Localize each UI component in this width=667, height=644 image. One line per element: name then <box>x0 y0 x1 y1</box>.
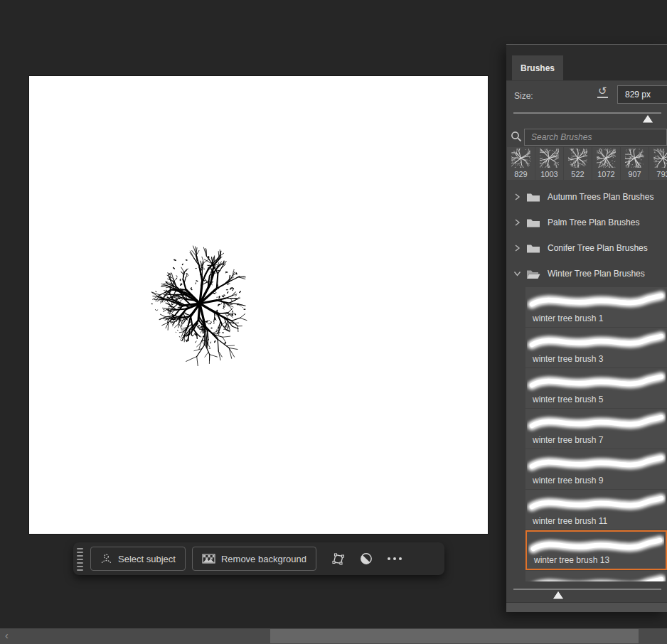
brush-item-label: winter tree brush 11 <box>533 516 607 526</box>
brush-item-label: winter tree brush 9 <box>533 476 603 485</box>
remove-background-button[interactable]: Remove background <box>192 547 316 571</box>
size-slider-track[interactable] <box>513 112 661 114</box>
folder-label: Autumn Trees Plan Brushes <box>548 192 653 202</box>
brush-stroke-preview <box>527 571 666 581</box>
brush-item-label: winter tree brush 5 <box>533 395 603 404</box>
taskbar-drag-handle[interactable] <box>77 548 83 571</box>
panel-tab-bar: Brushes <box>506 45 667 81</box>
brush-item[interactable]: winter tree brush 9 <box>525 449 667 489</box>
folder-label: Palm Tree Plan Brushes <box>548 218 639 227</box>
brush-item-label: winter tree brush 1 <box>533 313 603 323</box>
select-subject-label: Select subject <box>118 554 176 564</box>
folder-palm-trees[interactable]: Palm Tree Plan Brushes <box>506 210 667 235</box>
panel-scrollbar[interactable] <box>506 602 667 612</box>
brush-stroke-preview <box>527 369 666 395</box>
half-circle-icon <box>359 552 373 566</box>
folder-autumn-trees[interactable]: Autumn Trees Plan Brushes <box>506 184 667 210</box>
ellipsis-icon <box>387 557 402 561</box>
brush-thumbnail[interactable]: 1072 <box>592 147 620 180</box>
remove-background-label: Remove background <box>221 554 306 564</box>
tree-glyph-icon <box>540 149 559 168</box>
winter-tree-stamp <box>137 241 262 366</box>
scroll-left-arrow[interactable]: ‹ <box>5 628 9 644</box>
document-canvas[interactable] <box>29 76 488 534</box>
brush-size-value: 907 <box>621 170 649 178</box>
folder-winter-trees[interactable]: Winter Tree Plan Brushes <box>506 261 667 286</box>
panel-bottom-slider-thumb[interactable] <box>552 590 565 600</box>
chevron-right-icon <box>514 244 521 252</box>
brush-item-label: winter tree brush 13 <box>534 555 609 565</box>
brushes-panel: Brushes Size: ↺ 829 px Search Brushes 82… <box>506 44 667 612</box>
brush-item[interactable]: winter tree brush 13 <box>525 530 667 570</box>
brush-size-value: 793 <box>649 170 667 178</box>
folder-label: Conifer Tree Plan Brushes <box>548 243 648 253</box>
brush-stroke-preview <box>528 532 664 558</box>
brush-item[interactable]: winter tree brush 3 <box>525 328 667 367</box>
more-options-button[interactable] <box>380 544 409 573</box>
brush-item[interactable]: winter tree brush 5 <box>525 368 667 408</box>
brush-stroke-preview <box>527 328 666 354</box>
contextual-taskbar: Select subject Remove background <box>73 542 444 575</box>
brush-folder-list: Autumn Trees Plan Brushes Palm Tree Plan… <box>506 184 667 286</box>
brush-thumbnail[interactable]: 907 <box>621 147 649 180</box>
search-placeholder: Search Brushes <box>525 129 666 145</box>
size-label: Size: <box>514 91 533 101</box>
size-input[interactable]: 829 px <box>617 85 667 104</box>
folder-closed-icon <box>526 243 540 254</box>
tree-glyph-icon <box>625 149 644 168</box>
brush-item-partial[interactable] <box>525 571 667 581</box>
size-value: 829 px <box>625 90 651 100</box>
brush-list: winter tree brush 1 winter tree brush 3 … <box>506 287 667 581</box>
tree-glyph-icon <box>597 149 616 168</box>
size-slider-thumb[interactable] <box>641 114 654 124</box>
remove-background-icon <box>202 553 215 564</box>
reset-size-button[interactable]: ↺ <box>597 85 608 98</box>
brush-item[interactable]: winter tree brush 7 <box>525 409 667 449</box>
adjustments-button[interactable] <box>352 544 380 573</box>
brush-size-thumbnails: 829 1003 522 1072 907 793 <box>507 147 667 180</box>
chevron-right-icon <box>514 218 521 227</box>
search-brushes-input[interactable]: Search Brushes <box>524 129 667 146</box>
brush-item-label: winter tree brush 7 <box>533 435 603 445</box>
search-icon <box>511 131 522 142</box>
brush-item-label: winter tree brush 3 <box>533 354 603 364</box>
folder-label: Winter Tree Plan Brushes <box>548 269 645 279</box>
folder-conifer-trees[interactable]: Conifer Tree Plan Brushes <box>506 235 667 261</box>
chevron-down-icon <box>513 271 521 277</box>
brush-thumbnail[interactable]: 1003 <box>535 147 563 180</box>
tree-glyph-icon <box>653 149 667 168</box>
brush-size-value: 522 <box>564 170 592 178</box>
brush-size-value: 1003 <box>535 170 563 178</box>
horizontal-scrollbar-thumb[interactable] <box>270 629 639 643</box>
transform-icon <box>330 552 346 566</box>
brush-item[interactable]: winter tree brush 11 <box>525 490 667 530</box>
folder-closed-icon <box>526 192 540 203</box>
folder-open-icon <box>526 269 540 279</box>
brush-size-value: 1072 <box>592 170 620 178</box>
brush-size-value: 829 <box>507 170 535 178</box>
brush-item[interactable]: winter tree brush 1 <box>525 287 667 327</box>
folder-closed-icon <box>526 218 540 228</box>
brush-thumbnail[interactable]: 522 <box>564 147 592 180</box>
tree-glyph-icon <box>511 149 530 168</box>
transform-button[interactable] <box>324 544 352 573</box>
horizontal-scrollbar[interactable]: ‹ <box>0 628 667 644</box>
select-subject-button[interactable]: Select subject <box>90 547 186 571</box>
brush-stroke-preview <box>527 490 666 516</box>
chevron-right-icon <box>514 193 521 201</box>
tree-glyph-icon <box>568 149 587 168</box>
tab-brushes[interactable]: Brushes <box>512 55 563 80</box>
brush-stroke-preview <box>527 450 666 476</box>
brush-stroke-preview <box>527 288 666 313</box>
panel-bottom-slider-track[interactable] <box>513 589 661 590</box>
brush-thumbnail[interactable]: 829 <box>507 147 535 180</box>
brush-stroke-preview <box>527 409 666 435</box>
brush-thumbnail[interactable]: 793 <box>649 147 667 180</box>
select-subject-icon <box>100 553 112 564</box>
